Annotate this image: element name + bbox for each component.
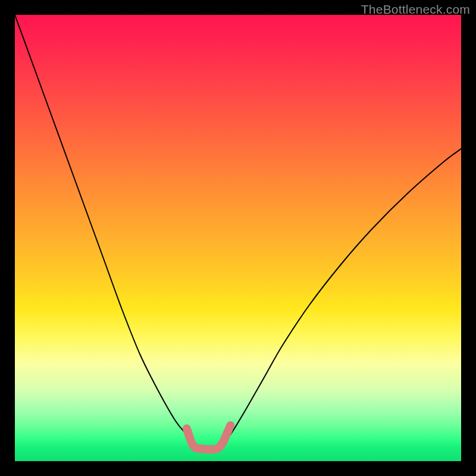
plot-svg	[15, 15, 461, 461]
plot-area	[15, 15, 461, 461]
curve-left	[15, 15, 196, 443]
bottom-bracket	[187, 425, 231, 450]
curve-right	[225, 149, 462, 443]
chart-frame: TheBottleneck.com	[0, 0, 476, 476]
